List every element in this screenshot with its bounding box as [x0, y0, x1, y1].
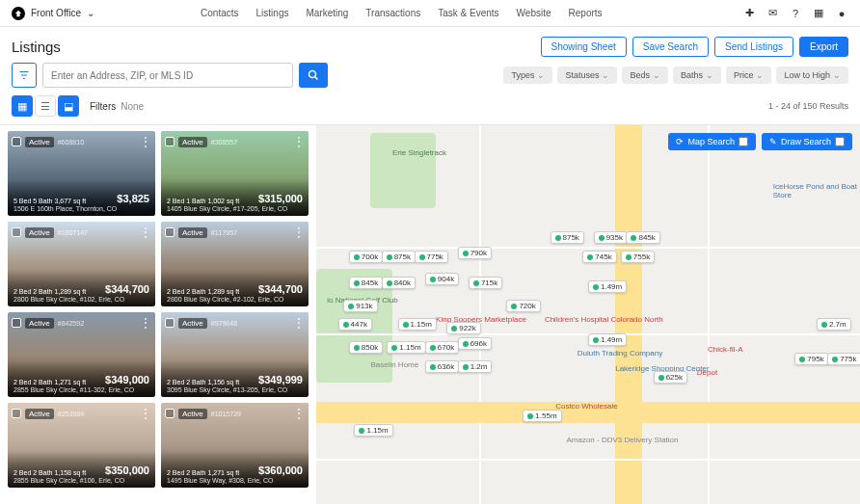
- map-price-pin[interactable]: 845k: [626, 231, 659, 244]
- map-search-checkbox[interactable]: [739, 137, 748, 146]
- map-price-pin[interactable]: 790k: [458, 247, 492, 259]
- map-price-pin[interactable]: 447k: [338, 318, 372, 331]
- add-icon[interactable]: ✚: [742, 7, 756, 20]
- map-price-pin[interactable]: 875k: [551, 231, 584, 244]
- pill-sort[interactable]: Low to High: [776, 66, 848, 84]
- search-button[interactable]: [299, 63, 328, 88]
- map-price-pin[interactable]: 850k: [349, 341, 383, 354]
- map-price-pin[interactable]: 904k: [425, 273, 459, 285]
- card-menu-icon[interactable]: ⋮: [140, 407, 151, 420]
- export-button[interactable]: Export: [799, 37, 848, 57]
- map-price-pin[interactable]: 715k: [469, 277, 502, 289]
- mail-icon[interactable]: ✉: [766, 7, 779, 20]
- map-price-pin[interactable]: 700k: [349, 251, 383, 263]
- card-price: $3,825: [117, 193, 149, 204]
- user-icon[interactable]: ●: [835, 7, 848, 20]
- card-checkbox[interactable]: [165, 409, 175, 418]
- map-price-pin[interactable]: 1.15m: [398, 318, 437, 331]
- send-listings-button[interactable]: Send Listings: [714, 37, 793, 57]
- pill-baths[interactable]: Baths: [673, 66, 721, 84]
- map-price-pin[interactable]: 625k: [654, 371, 687, 384]
- card-status: Active: [25, 137, 54, 147]
- map-price-pin[interactable]: 755k: [621, 251, 655, 263]
- filter-button[interactable]: [12, 63, 37, 88]
- nav-listings[interactable]: Listings: [256, 8, 289, 18]
- map-price-pin[interactable]: 1.2m: [458, 360, 493, 373]
- map-panel[interactable]: ⟳ Map Search ✎ Draw Search 700k875k775k7…: [316, 125, 860, 504]
- pill-types[interactable]: Types: [503, 66, 552, 84]
- card-checkbox[interactable]: [165, 137, 175, 146]
- card-menu-icon[interactable]: ⋮: [293, 225, 305, 239]
- listing-card[interactable]: Active#117957⋮2 Bed 2 Bath 1,289 sq ft$3…: [161, 222, 309, 306]
- view-list-button[interactable]: ☰: [35, 95, 56, 117]
- card-checkbox[interactable]: [12, 318, 21, 328]
- map-price-pin[interactable]: 922k: [446, 322, 480, 334]
- showing-sheet-button[interactable]: Showing Sheet: [541, 37, 627, 57]
- cards-panel[interactable]: Active#608810⋮5 Bed 5 Bath 3,677 sq ft$3…: [0, 125, 316, 504]
- map-price-pin[interactable]: 636k: [425, 360, 459, 373]
- card-id: #1015729: [211, 411, 241, 417]
- card-checkbox[interactable]: [12, 409, 21, 418]
- card-top: Active#308557⋮: [165, 135, 305, 148]
- card-menu-icon[interactable]: ⋮: [140, 225, 151, 239]
- map-price-pin[interactable]: 845k: [349, 277, 383, 289]
- listing-card[interactable]: Active#253984⋮2 Bed 2 Bath 1,158 sq ft$3…: [8, 403, 155, 488]
- filters-value: None: [121, 101, 144, 112]
- help-icon[interactable]: ?: [789, 7, 802, 20]
- map-price-pin[interactable]: 670k: [425, 341, 459, 354]
- card-bottom: 2 Bed 2 Bath 1,271 sq ft$349,0002855 Blu…: [8, 360, 155, 397]
- pill-statuses[interactable]: Statuses: [557, 66, 617, 84]
- brand-selector[interactable]: Front Office ⌄: [12, 7, 94, 20]
- map-price-pin[interactable]: 745k: [582, 251, 616, 263]
- card-menu-icon[interactable]: ⋮: [293, 316, 305, 330]
- map-price-pin[interactable]: 875k: [382, 251, 416, 263]
- card-menu-icon[interactable]: ⋮: [140, 316, 151, 330]
- pill-price[interactable]: Price: [726, 66, 772, 84]
- draw-search-checkbox[interactable]: [835, 137, 845, 146]
- card-top: Active#1015729⋮: [165, 407, 305, 420]
- view-map-button[interactable]: ⬓: [58, 95, 79, 117]
- pill-beds[interactable]: Beds: [622, 66, 668, 84]
- map-price-pin[interactable]: 696k: [458, 337, 492, 350]
- map-price-pin[interactable]: 840k: [382, 277, 416, 289]
- nav-website[interactable]: Website: [517, 8, 551, 18]
- save-search-button[interactable]: Save Search: [632, 37, 709, 57]
- card-checkbox[interactable]: [12, 137, 21, 146]
- listing-card[interactable]: Active#1015729⋮2 Bed 2 Bath 1,271 sq ft$…: [161, 403, 309, 488]
- nav-tasks[interactable]: Task & Events: [438, 8, 498, 18]
- map-price-pin[interactable]: 913k: [343, 300, 377, 312]
- card-menu-icon[interactable]: ⋮: [293, 135, 305, 148]
- map-price-pin[interactable]: 1.49m: [588, 280, 627, 293]
- card-menu-icon[interactable]: ⋮: [140, 135, 151, 148]
- card-checkbox[interactable]: [12, 227, 21, 237]
- map-search-toggle[interactable]: ⟳ Map Search: [668, 133, 756, 150]
- map-price-pin[interactable]: 1.15m: [387, 341, 425, 354]
- card-checkbox[interactable]: [165, 318, 175, 328]
- view-grid-button[interactable]: ▦: [12, 95, 33, 117]
- listing-card[interactable]: Active#608810⋮5 Bed 5 Bath 3,677 sq ft$3…: [8, 131, 155, 216]
- map-price-pin[interactable]: 2.7m: [817, 318, 851, 331]
- map-price-pin[interactable]: 1.55m: [523, 410, 561, 422]
- listing-card[interactable]: Active#842592⋮2 Bed 2 Bath 1,271 sq ft$3…: [8, 312, 155, 397]
- listing-card[interactable]: Active#1007147⋮2 Bed 2 Bath 1,289 sq ft$…: [8, 222, 155, 306]
- apps-icon[interactable]: ▦: [812, 7, 825, 20]
- card-status: Active: [25, 318, 54, 329]
- nav-contacts[interactable]: Contacts: [201, 8, 238, 18]
- map-price-pin[interactable]: 1.49m: [588, 333, 627, 346]
- map-price-pin[interactable]: 775k: [415, 251, 448, 263]
- nav-marketing[interactable]: Marketing: [306, 8, 348, 18]
- card-id: #608810: [58, 139, 84, 146]
- search-input[interactable]: [42, 63, 293, 88]
- card-menu-icon[interactable]: ⋮: [293, 407, 305, 420]
- map-price-pin[interactable]: 775k: [827, 353, 860, 365]
- map-price-pin[interactable]: 720k: [506, 300, 540, 312]
- map-price-pin[interactable]: 795k: [794, 353, 828, 365]
- card-checkbox[interactable]: [165, 227, 175, 237]
- draw-search-toggle[interactable]: ✎ Draw Search: [762, 133, 852, 150]
- nav-transactions[interactable]: Transactions: [365, 8, 420, 18]
- listing-card[interactable]: Active#979648⋮2 Bed 2 Bath 1,156 sq ft$3…: [161, 312, 309, 397]
- listing-card[interactable]: Active#308557⋮2 Bed 1 Bath 1,002 sq ft$3…: [161, 131, 309, 216]
- map-price-pin[interactable]: 935k: [594, 231, 628, 244]
- map-price-pin[interactable]: 1.15m: [354, 424, 392, 437]
- nav-reports[interactable]: Reports: [569, 8, 603, 18]
